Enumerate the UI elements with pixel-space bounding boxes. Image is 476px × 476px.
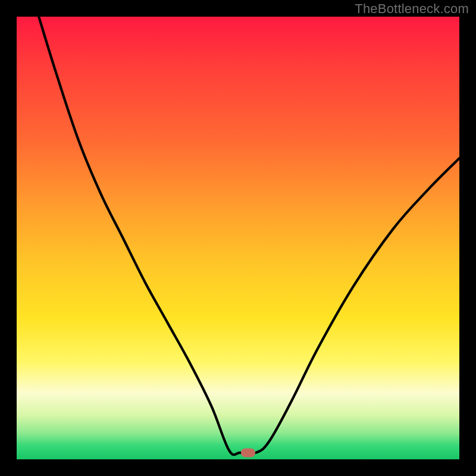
bottleneck-curve: [17, 17, 459, 459]
chart-frame: TheBottleneck.com: [0, 0, 476, 476]
plot-area: [17, 17, 459, 459]
optimum-marker: [241, 448, 255, 457]
watermark-text: TheBottleneck.com: [355, 1, 469, 17]
